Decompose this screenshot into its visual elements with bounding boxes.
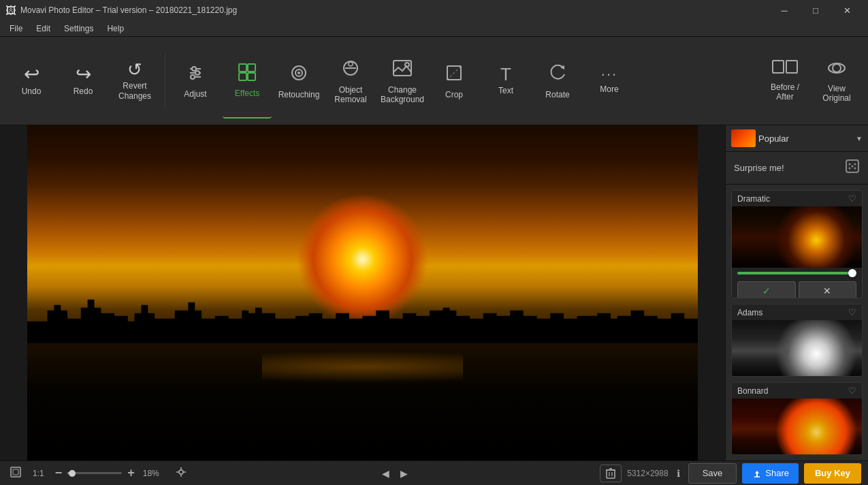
svg-rect-7 xyxy=(248,64,255,72)
svg-rect-31 xyxy=(11,467,20,477)
zoom-slider-track[interactable] xyxy=(67,472,122,474)
object-removal-button[interactable]: ObjectRemoval xyxy=(326,44,375,119)
svg-point-26 xyxy=(849,163,851,166)
image-dimensions: 5312×2988 xyxy=(627,469,668,478)
before-after-button[interactable]: Before /After xyxy=(760,44,809,119)
rotate-button[interactable]: Rotate xyxy=(533,44,582,119)
delete-button[interactable] xyxy=(600,465,622,482)
image-info-button[interactable]: ℹ xyxy=(674,467,683,480)
crop-button[interactable]: Crop xyxy=(430,44,479,119)
text-icon: T xyxy=(500,65,511,83)
svg-point-12 xyxy=(298,72,300,74)
change-bg-icon xyxy=(391,57,413,82)
share-label: Share xyxy=(765,468,789,478)
toolbar: ↩ Undo ↪ Redo ↺ RevertChanges Adjust Eff… xyxy=(0,37,868,125)
svg-rect-9 xyxy=(248,73,255,80)
effect-card-bonnard[interactable]: Bonnard ♡ xyxy=(731,382,863,455)
effect-bonnard-name: Bonnard xyxy=(737,386,768,396)
effect-card-adams[interactable]: Adams ♡ xyxy=(731,304,863,377)
nav-next-button[interactable]: ▶ xyxy=(398,467,411,480)
surprise-me-button[interactable]: Surprise me! xyxy=(726,152,868,185)
close-button[interactable]: ✕ xyxy=(831,0,863,20)
maximize-button[interactable]: □ xyxy=(800,0,831,20)
svg-point-5 xyxy=(191,75,195,79)
category-name: Popular xyxy=(758,134,853,144)
effect-adams-thumbnail[interactable] xyxy=(732,320,862,377)
adjust-button[interactable]: Adjust xyxy=(171,44,220,119)
redo-icon: ↪ xyxy=(76,65,91,84)
view-original-label: ViewOriginal xyxy=(822,84,850,104)
effect-dramatic-favorite[interactable]: ♡ xyxy=(848,193,856,204)
buy-key-button[interactable]: Buy Key xyxy=(804,463,861,484)
right-panel: Popular ▼ Surprise me! Dramatic ♡ ✓ xyxy=(725,125,868,460)
effects-icon xyxy=(236,61,258,86)
retouching-label: Retouching xyxy=(278,90,320,99)
category-dropdown-icon[interactable]: ▼ xyxy=(856,135,863,142)
zoom-slider[interactable]: − + xyxy=(52,465,138,482)
adjust-label: Adjust xyxy=(184,89,206,99)
effect-reject-button[interactable]: ✕ xyxy=(799,281,857,298)
svg-rect-34 xyxy=(607,470,615,478)
view-original-button[interactable]: ViewOriginal xyxy=(812,44,861,119)
retouching-button[interactable]: Retouching xyxy=(274,44,323,119)
view-original-icon xyxy=(827,59,846,81)
rotate-icon xyxy=(547,62,568,87)
category-bar[interactable]: Popular ▼ xyxy=(726,125,868,152)
share-button[interactable]: Share xyxy=(742,463,799,484)
effects-button[interactable]: Effects xyxy=(223,44,272,119)
pan-button[interactable] xyxy=(172,465,190,482)
svg-point-4 xyxy=(195,71,199,75)
svg-point-24 xyxy=(829,63,845,73)
effect-adams-favorite[interactable]: ♡ xyxy=(848,307,856,317)
effect-card-dramatic: Dramatic ♡ ✓ ✕ xyxy=(731,190,863,298)
zoom-out-button[interactable]: − xyxy=(52,465,65,482)
retouching-icon xyxy=(288,62,310,87)
revert-icon: ↺ xyxy=(127,61,142,78)
text-button[interactable]: T Text xyxy=(481,44,530,119)
minimize-button[interactable]: ─ xyxy=(769,0,800,20)
menu-settings[interactable]: Settings xyxy=(57,22,100,35)
effect-dramatic-header: Dramatic ♡ xyxy=(732,191,862,206)
effect-bonnard-thumbnail[interactable] xyxy=(732,398,862,455)
nav-prev-button[interactable]: ◀ xyxy=(379,467,392,480)
title-bar-left: 🖼 Movavi Photo Editor – Trial version – … xyxy=(5,5,237,16)
before-after-label: Before /After xyxy=(771,82,799,102)
category-thumbnail xyxy=(731,129,756,147)
svg-rect-6 xyxy=(239,64,246,72)
svg-rect-21 xyxy=(773,61,784,73)
svg-line-19 xyxy=(447,66,461,80)
object-removal-icon xyxy=(340,57,361,82)
revert-button[interactable]: ↺ RevertChanges xyxy=(110,44,159,119)
undo-label: Undo xyxy=(22,87,42,96)
effect-accept-button[interactable]: ✓ xyxy=(737,281,796,298)
window-controls[interactable]: ─ □ ✕ xyxy=(769,0,863,20)
zoom-in-button[interactable]: + xyxy=(125,465,138,482)
change-bg-button[interactable]: ChangeBackground xyxy=(378,44,427,119)
surprise-me-icon xyxy=(845,159,860,177)
menu-edit[interactable]: Edit xyxy=(29,22,57,35)
canvas-area[interactable] xyxy=(0,125,725,460)
effect-bonnard-favorite[interactable]: ♡ xyxy=(848,386,856,396)
more-button[interactable]: ··· More xyxy=(585,44,634,119)
effect-bonnard-header: Bonnard ♡ xyxy=(732,383,862,398)
redo-button[interactable]: ↪ Redo xyxy=(59,44,108,119)
rotate-label: Rotate xyxy=(545,90,569,99)
zoom-ratio-button[interactable]: 1:1 xyxy=(30,467,47,480)
menu-file[interactable]: File xyxy=(3,22,29,35)
effects-label: Effects xyxy=(235,89,259,98)
svg-point-28 xyxy=(849,168,851,170)
object-removal-label: ObjectRemoval xyxy=(334,85,366,105)
effect-dramatic-thumbnail[interactable] xyxy=(732,206,862,268)
svg-point-30 xyxy=(852,166,854,168)
separator-1 xyxy=(165,54,165,108)
effect-dramatic-slider[interactable] xyxy=(737,272,856,275)
undo-button[interactable]: ↩ Undo xyxy=(7,44,56,119)
menu-help[interactable]: Help xyxy=(100,22,131,35)
adjust-icon xyxy=(184,62,206,87)
save-button[interactable]: Save xyxy=(688,463,737,484)
surprise-me-label: Surprise me! xyxy=(734,163,784,173)
app-icon: 🖼 xyxy=(5,5,16,16)
fit-view-button[interactable] xyxy=(7,465,25,482)
water-highlight xyxy=(262,347,464,387)
title-bar: 🖼 Movavi Photo Editor – Trial version – … xyxy=(0,0,868,20)
